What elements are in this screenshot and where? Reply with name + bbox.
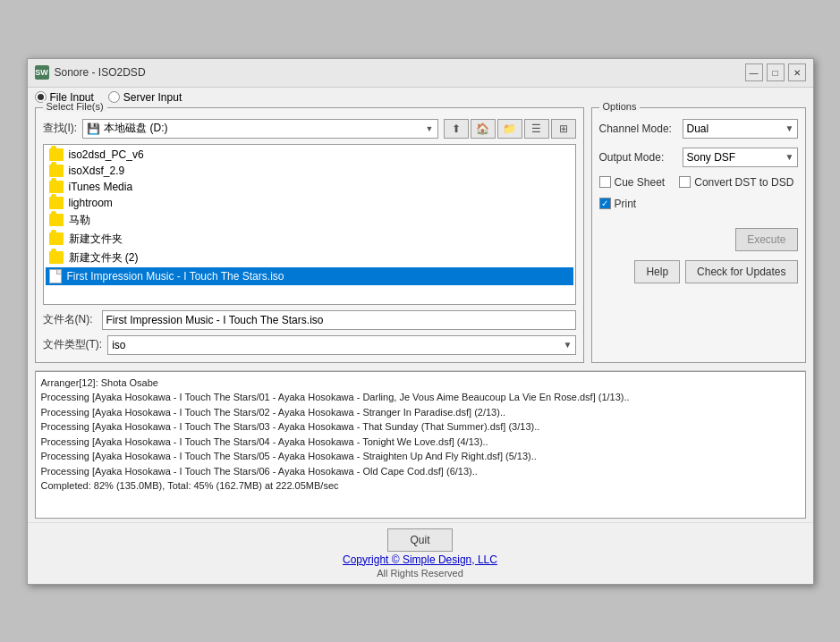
checkboxes-row1: Cue Sheet Convert DST to DSD xyxy=(599,176,798,189)
log-line: Arranger[12]: Shota Osabe xyxy=(41,376,800,391)
channel-mode-label: Channel Mode: xyxy=(599,122,675,135)
cue-sheet-checkbox-box xyxy=(599,176,611,188)
folder-icon xyxy=(49,165,64,177)
output-mode-select[interactable]: Sony DSF DFF WAV xyxy=(683,148,798,167)
rights-text: All Rights Reserved xyxy=(377,568,463,579)
file-item-name: iso2dsd_PC_v6 xyxy=(69,148,144,161)
file-item-name: First Impression Music - I Touch The Sta… xyxy=(67,270,284,283)
log-line: Processing [Ayaka Hosokawa - I Touch The… xyxy=(41,435,800,450)
log-line: Completed: 82% (135.0MB), Total: 45% (16… xyxy=(41,478,800,494)
folder-icon xyxy=(49,197,64,209)
server-input-label: Server Input xyxy=(123,91,182,104)
look-in-label: 查找(I): xyxy=(43,121,78,136)
channel-mode-select[interactable]: Dual Mono Stereo xyxy=(683,119,798,139)
minimize-button[interactable]: — xyxy=(745,63,763,81)
toolbar-btn-details[interactable]: ⊞ xyxy=(551,119,576,139)
log-line: Processing [Ayaka Hosokawa - I Touch The… xyxy=(41,405,800,420)
channel-mode-select-wrapper: Dual Mono Stereo ▼ xyxy=(683,119,798,139)
toolbar-btn-back[interactable]: ⬆ xyxy=(444,119,469,139)
file-item-name: iTunes Media xyxy=(69,181,133,193)
file-item-name: 马勒 xyxy=(69,213,90,228)
log-line: Processing [Ayaka Hosokawa - I Touch The… xyxy=(41,449,800,464)
list-item[interactable]: lightroom xyxy=(46,195,573,211)
filename-label: 文件名(N): xyxy=(43,312,97,327)
file-panel-title: Select File(s) xyxy=(43,101,107,112)
file-item-name: lightroom xyxy=(69,197,113,209)
convert-dst-checkbox[interactable]: Convert DST to DSD xyxy=(679,176,793,189)
title-bar: SW Sonore - ISO2DSD — □ ✕ xyxy=(28,59,813,88)
folder-icon xyxy=(49,214,64,226)
input-mode-row: File Input Server Input xyxy=(28,88,813,107)
file-list[interactable]: iso2dsd_PC_v6 isoXdsf_2.9 iTunes Media xyxy=(43,144,576,305)
list-item[interactable]: 新建文件夹 xyxy=(46,230,573,249)
server-input-radio[interactable]: Server Input xyxy=(108,91,182,104)
convert-dst-checkbox-box xyxy=(679,176,691,188)
close-button[interactable]: ✕ xyxy=(788,63,806,81)
help-button[interactable]: Help xyxy=(634,260,680,283)
output-mode-select-wrapper: Sony DSF DFF WAV ▼ xyxy=(683,148,798,167)
main-window: SW Sonore - ISO2DSD — □ ✕ File Input Ser… xyxy=(27,58,814,585)
options-inner: Channel Mode: Dual Mono Stereo ▼ Out xyxy=(599,119,798,283)
cue-sheet-checkbox[interactable]: Cue Sheet xyxy=(599,176,666,189)
list-item[interactable]: iTunes Media xyxy=(46,179,573,195)
folder-icon xyxy=(49,251,64,264)
check-updates-button[interactable]: Check for Updates xyxy=(685,260,797,283)
filetype-select[interactable]: iso dsf dff all xyxy=(107,335,575,355)
bottom-bar: Quit Copyright © Simple Design, LLC All … xyxy=(28,522,813,584)
folder-icon xyxy=(49,232,64,245)
filename-input[interactable] xyxy=(102,310,576,330)
execute-button[interactable]: Execute xyxy=(735,228,797,251)
list-item[interactable]: 新建文件夹 (2) xyxy=(46,249,573,267)
window-title: Sonore - ISO2DSD xyxy=(55,66,146,79)
file-doc-icon xyxy=(49,269,62,283)
title-bar-left: SW Sonore - ISO2DSD xyxy=(35,65,146,80)
look-in-select[interactable]: 💾 本地磁盘 (D:) ▼ xyxy=(82,119,437,139)
list-item-selected[interactable]: First Impression Music - I Touch The Sta… xyxy=(46,267,573,285)
output-mode-label: Output Mode: xyxy=(599,151,675,164)
options-title: Options xyxy=(599,101,641,112)
options-bottom-buttons: Help Check for Updates xyxy=(599,260,798,283)
toolbar-btn-newfolder[interactable]: 📁 xyxy=(497,119,522,139)
file-panel: Select File(s) 查找(I): 💾 本地磁盘 (D:) ▼ ⬆ 🏠 xyxy=(35,107,584,363)
file-item-name: isoXdsf_2.9 xyxy=(69,165,125,177)
print-checkbox[interactable]: ✓ Print xyxy=(599,198,637,210)
print-label: Print xyxy=(615,198,637,210)
print-checkbox-box: ✓ xyxy=(599,198,611,209)
file-panel-inner: 查找(I): 💾 本地磁盘 (D:) ▼ ⬆ 🏠 📁 ☰ ⊞ xyxy=(43,119,576,355)
filetype-wrapper: iso dsf dff all ▼ xyxy=(107,335,575,355)
main-panels: Select File(s) 查找(I): 💾 本地磁盘 (D:) ▼ ⬆ 🏠 xyxy=(28,107,813,370)
execute-row: Execute xyxy=(599,228,798,251)
file-item-name: 新建文件夹 (2) xyxy=(69,250,139,266)
channel-mode-row: Channel Mode: Dual Mono Stereo ▼ xyxy=(599,119,798,139)
toolbar-btn-list[interactable]: ☰ xyxy=(524,119,549,139)
toolbar-btn-home[interactable]: 🏠 xyxy=(471,119,496,139)
drive-icon: 💾 xyxy=(87,122,100,135)
list-item[interactable]: 马勒 xyxy=(46,211,573,230)
log-area: Arranger[12]: Shota Osabe Processing [Ay… xyxy=(35,371,806,519)
maximize-button[interactable]: □ xyxy=(767,63,785,81)
quit-button[interactable]: Quit xyxy=(387,528,452,552)
log-line: Processing [Ayaka Hosokawa - I Touch The… xyxy=(41,390,800,405)
log-line: Processing [Ayaka Hosokawa - I Touch The… xyxy=(41,464,800,479)
window-controls: — □ ✕ xyxy=(745,63,806,81)
app-icon: SW xyxy=(35,65,49,80)
filetype-row: 文件类型(T): iso dsf dff all ▼ xyxy=(43,335,576,355)
cue-sheet-label: Cue Sheet xyxy=(615,176,666,189)
filename-row: 文件名(N): xyxy=(43,310,576,330)
list-item[interactable]: isoXdsf_2.9 xyxy=(46,163,573,179)
look-in-dropdown-arrow-icon: ▼ xyxy=(426,124,434,133)
options-panel: Options Channel Mode: Dual Mono Stereo ▼ xyxy=(591,107,806,363)
server-input-radio-circle xyxy=(108,91,120,103)
content-area: File Input Server Input Select File(s) 查… xyxy=(28,88,813,584)
look-in-toolbar: ⬆ 🏠 📁 ☰ ⊞ xyxy=(444,119,576,139)
filetype-label: 文件类型(T): xyxy=(43,337,103,352)
output-mode-row: Output Mode: Sony DSF DFF WAV ▼ xyxy=(599,148,798,167)
look-in-row: 查找(I): 💾 本地磁盘 (D:) ▼ ⬆ 🏠 📁 ☰ ⊞ xyxy=(43,119,576,139)
folder-icon xyxy=(49,148,64,161)
look-in-value: 本地磁盘 (D:) xyxy=(104,121,167,136)
file-item-name: 新建文件夹 xyxy=(69,232,123,247)
copyright-link[interactable]: Copyright © Simple Design, LLC xyxy=(343,553,497,566)
list-item[interactable]: iso2dsd_PC_v6 xyxy=(46,147,573,163)
convert-dst-label: Convert DST to DSD xyxy=(694,176,793,189)
folder-icon xyxy=(49,181,64,193)
